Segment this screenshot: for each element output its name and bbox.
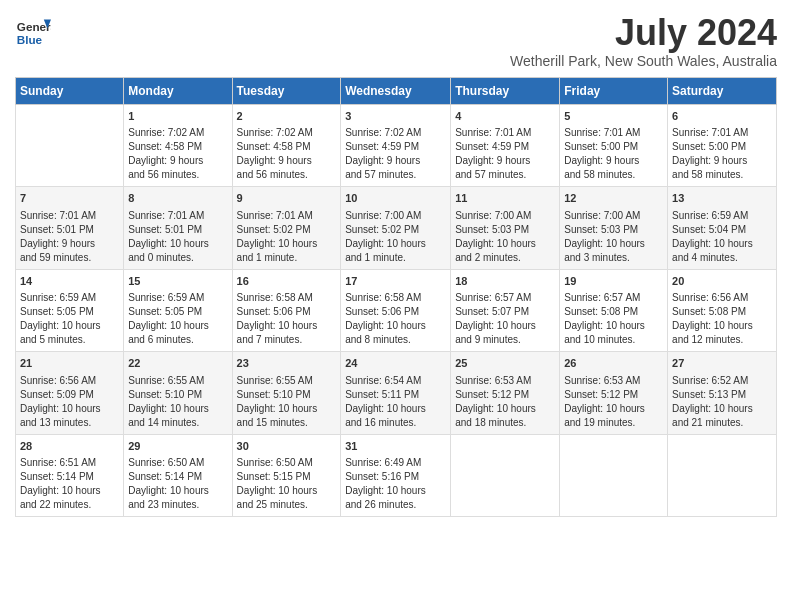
cell-content-line: Daylight: 10 hours	[20, 319, 119, 333]
header-friday: Friday	[560, 78, 668, 105]
cell-content-line: Sunrise: 6:50 AM	[237, 456, 337, 470]
cell-content-line: and 1 minute.	[237, 251, 337, 265]
calendar-cell: 28Sunrise: 6:51 AMSunset: 5:14 PMDayligh…	[16, 434, 124, 516]
calendar-cell: 17Sunrise: 6:58 AMSunset: 5:06 PMDayligh…	[341, 269, 451, 351]
cell-content-line: and 3 minutes.	[564, 251, 663, 265]
cell-content-line: Sunset: 5:01 PM	[20, 223, 119, 237]
calendar-cell: 1Sunrise: 7:02 AMSunset: 4:58 PMDaylight…	[124, 105, 232, 187]
cell-content-line: and 56 minutes.	[237, 168, 337, 182]
cell-content-line: Daylight: 10 hours	[237, 402, 337, 416]
day-number: 14	[20, 274, 119, 289]
month-title: July 2024	[510, 15, 777, 51]
cell-content-line: and 5 minutes.	[20, 333, 119, 347]
cell-content-line: and 12 minutes.	[672, 333, 772, 347]
calendar-cell: 23Sunrise: 6:55 AMSunset: 5:10 PMDayligh…	[232, 352, 341, 434]
cell-content-line: Daylight: 10 hours	[564, 237, 663, 251]
day-number: 9	[237, 191, 337, 206]
cell-content-line: Sunrise: 6:58 AM	[237, 291, 337, 305]
header-wednesday: Wednesday	[341, 78, 451, 105]
cell-content-line: Sunrise: 6:59 AM	[128, 291, 227, 305]
day-number: 8	[128, 191, 227, 206]
cell-content-line: Sunrise: 6:56 AM	[20, 374, 119, 388]
calendar-cell	[16, 105, 124, 187]
header-monday: Monday	[124, 78, 232, 105]
cell-content-line: Sunset: 5:05 PM	[20, 305, 119, 319]
calendar-cell: 4Sunrise: 7:01 AMSunset: 4:59 PMDaylight…	[451, 105, 560, 187]
cell-content-line: Daylight: 10 hours	[345, 319, 446, 333]
cell-content-line: Sunset: 5:03 PM	[564, 223, 663, 237]
cell-content-line: Sunset: 5:00 PM	[672, 140, 772, 154]
calendar-table: SundayMondayTuesdayWednesdayThursdayFrid…	[15, 77, 777, 517]
cell-content-line: and 15 minutes.	[237, 416, 337, 430]
calendar-cell: 14Sunrise: 6:59 AMSunset: 5:05 PMDayligh…	[16, 269, 124, 351]
cell-content-line: Sunrise: 6:53 AM	[564, 374, 663, 388]
header-thursday: Thursday	[451, 78, 560, 105]
cell-content-line: and 59 minutes.	[20, 251, 119, 265]
calendar-cell: 29Sunrise: 6:50 AMSunset: 5:14 PMDayligh…	[124, 434, 232, 516]
cell-content-line: Sunset: 5:10 PM	[237, 388, 337, 402]
cell-content-line: and 8 minutes.	[345, 333, 446, 347]
cell-content-line: and 2 minutes.	[455, 251, 555, 265]
day-number: 7	[20, 191, 119, 206]
cell-content-line: Sunset: 4:58 PM	[128, 140, 227, 154]
location-subtitle: Wetherill Park, New South Wales, Austral…	[510, 53, 777, 69]
cell-content-line: Daylight: 10 hours	[672, 319, 772, 333]
day-number: 21	[20, 356, 119, 371]
cell-content-line: Sunrise: 7:01 AM	[455, 126, 555, 140]
day-number: 23	[237, 356, 337, 371]
day-number: 16	[237, 274, 337, 289]
cell-content-line: Sunrise: 6:55 AM	[128, 374, 227, 388]
cell-content-line: and 23 minutes.	[128, 498, 227, 512]
day-number: 30	[237, 439, 337, 454]
title-block: July 2024 Wetherill Park, New South Wale…	[510, 15, 777, 69]
cell-content-line: Daylight: 9 hours	[672, 154, 772, 168]
cell-content-line: Sunset: 5:13 PM	[672, 388, 772, 402]
header-tuesday: Tuesday	[232, 78, 341, 105]
day-number: 29	[128, 439, 227, 454]
day-number: 28	[20, 439, 119, 454]
week-row-4: 21Sunrise: 6:56 AMSunset: 5:09 PMDayligh…	[16, 352, 777, 434]
cell-content-line: Daylight: 10 hours	[237, 237, 337, 251]
cell-content-line: Daylight: 9 hours	[237, 154, 337, 168]
cell-content-line: Sunset: 5:16 PM	[345, 470, 446, 484]
cell-content-line: Sunset: 5:07 PM	[455, 305, 555, 319]
cell-content-line: and 4 minutes.	[672, 251, 772, 265]
cell-content-line: and 16 minutes.	[345, 416, 446, 430]
cell-content-line: Daylight: 10 hours	[128, 484, 227, 498]
cell-content-line: Sunrise: 7:02 AM	[237, 126, 337, 140]
cell-content-line: Sunset: 4:59 PM	[455, 140, 555, 154]
cell-content-line: Daylight: 9 hours	[455, 154, 555, 168]
cell-content-line: Daylight: 10 hours	[237, 319, 337, 333]
cell-content-line: Daylight: 10 hours	[237, 484, 337, 498]
cell-content-line: Daylight: 10 hours	[672, 402, 772, 416]
calendar-cell: 16Sunrise: 6:58 AMSunset: 5:06 PMDayligh…	[232, 269, 341, 351]
cell-content-line: Sunset: 5:12 PM	[455, 388, 555, 402]
logo: General Blue	[15, 15, 51, 51]
cell-content-line: Sunrise: 6:51 AM	[20, 456, 119, 470]
cell-content-line: Sunset: 5:01 PM	[128, 223, 227, 237]
week-row-5: 28Sunrise: 6:51 AMSunset: 5:14 PMDayligh…	[16, 434, 777, 516]
cell-content-line: and 26 minutes.	[345, 498, 446, 512]
calendar-cell: 26Sunrise: 6:53 AMSunset: 5:12 PMDayligh…	[560, 352, 668, 434]
cell-content-line: Sunset: 5:15 PM	[237, 470, 337, 484]
cell-content-line: Sunrise: 6:57 AM	[455, 291, 555, 305]
cell-content-line: Daylight: 10 hours	[128, 319, 227, 333]
day-number: 31	[345, 439, 446, 454]
calendar-cell: 5Sunrise: 7:01 AMSunset: 5:00 PMDaylight…	[560, 105, 668, 187]
day-number: 3	[345, 109, 446, 124]
cell-content-line: and 7 minutes.	[237, 333, 337, 347]
cell-content-line: Sunset: 5:11 PM	[345, 388, 446, 402]
calendar-cell: 3Sunrise: 7:02 AMSunset: 4:59 PMDaylight…	[341, 105, 451, 187]
cell-content-line: and 21 minutes.	[672, 416, 772, 430]
week-row-1: 1Sunrise: 7:02 AMSunset: 4:58 PMDaylight…	[16, 105, 777, 187]
day-number: 27	[672, 356, 772, 371]
cell-content-line: Daylight: 10 hours	[20, 402, 119, 416]
day-number: 24	[345, 356, 446, 371]
calendar-cell: 19Sunrise: 6:57 AMSunset: 5:08 PMDayligh…	[560, 269, 668, 351]
calendar-cell	[560, 434, 668, 516]
calendar-header-row: SundayMondayTuesdayWednesdayThursdayFrid…	[16, 78, 777, 105]
day-number: 1	[128, 109, 227, 124]
calendar-cell: 6Sunrise: 7:01 AMSunset: 5:00 PMDaylight…	[668, 105, 777, 187]
calendar-cell: 18Sunrise: 6:57 AMSunset: 5:07 PMDayligh…	[451, 269, 560, 351]
cell-content-line: and 13 minutes.	[20, 416, 119, 430]
